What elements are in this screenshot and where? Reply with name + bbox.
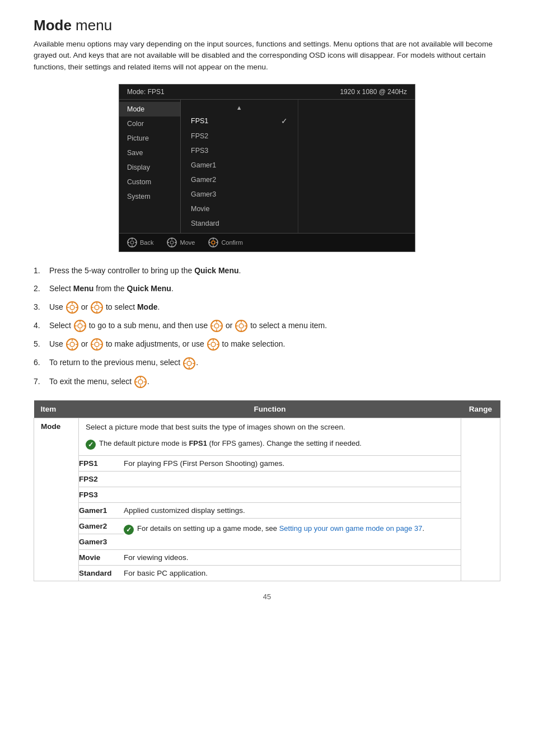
nav-item-mode[interactable]: Mode <box>119 102 180 116</box>
step-3: 3. Use or to select Mode. <box>34 301 500 314</box>
footer-back-label: Back <box>140 239 153 246</box>
svg-point-13 <box>212 241 215 244</box>
sub-label-gamer2: Gamer2 <box>79 519 124 534</box>
sub-desc-fps1: For playing FPS (First Person Shooting) … <box>124 456 461 472</box>
sub-item-movie[interactable]: Movie <box>181 202 298 216</box>
gamer-notice: ✓ For details on setting up a game mode,… <box>124 522 461 540</box>
col-range: Range <box>461 400 500 418</box>
footer-move: Move <box>167 237 195 248</box>
steps-list: 1. Press the 5-way controller to bring u… <box>34 264 500 388</box>
joystick-exit-icon <box>134 376 147 388</box>
step-4-num: 4. <box>34 319 49 332</box>
page-title-section: Mode menu <box>34 17 500 34</box>
intro-paragraph: Available menu options may vary dependin… <box>34 39 500 73</box>
function-cell-mode: Select a picture mode that best suits th… <box>79 418 461 581</box>
sub-row-standard: Standard For basic PC application. <box>79 566 461 581</box>
mode-sub-table: FPS1 For playing FPS (First Person Shoot… <box>79 456 461 581</box>
sub-row-movie: Movie For viewing videos. <box>79 550 461 566</box>
joystick-a-icon <box>66 338 78 351</box>
mode-main-desc: Select a picture mode that best suits th… <box>86 423 454 431</box>
joystick-select-icon <box>74 320 86 332</box>
link-game-mode[interactable]: Setting up your own game mode on page 37 <box>279 524 423 533</box>
sub-desc-fps3 <box>124 487 461 503</box>
osd-footer: Back Move <box>119 233 415 251</box>
step-6-text: To return to the previous menu, select . <box>49 356 500 369</box>
step-1-text: Press the 5-way controller to bring up t… <box>49 264 500 277</box>
sub-desc-movie: For viewing videos. <box>124 550 461 566</box>
step-2-text: Select Menu from the Quick Menu. <box>49 282 500 295</box>
step-1: 1. Press the 5-way controller to bring u… <box>34 264 500 277</box>
step-5-num: 5. <box>34 338 49 350</box>
nav-item-custom[interactable]: Custom <box>119 175 180 189</box>
nav-item-save[interactable]: Save <box>119 146 180 160</box>
footer-confirm-label: Confirm <box>221 239 243 246</box>
step-2: 2. Select Menu from the Quick Menu. <box>34 282 500 295</box>
nav-item-color[interactable]: Color <box>119 116 180 131</box>
step-6: 6. To return to the previous menu, selec… <box>34 356 500 369</box>
page-title-bold: Mode <box>34 17 72 34</box>
item-label-mode: Mode <box>34 418 79 581</box>
step-1-num: 1. <box>34 264 49 277</box>
joystick-right-icon <box>91 301 103 314</box>
step-5-text: Use or to make adjustments, or use to ma… <box>49 338 500 351</box>
svg-point-7 <box>170 241 174 244</box>
notice-icon-1: ✓ <box>86 440 96 450</box>
svg-point-37 <box>214 324 219 328</box>
sub-row-gamer2: Gamer2 ✓ For details on setting up a gam… <box>79 519 461 534</box>
sub-row-gamer1: Gamer1 Applied customized display settin… <box>79 503 461 519</box>
osd-panel: Mode: FPS1 1920 x 1080 @ 240Hz Mode Colo… <box>119 84 415 252</box>
sub-item-standard[interactable]: Standard <box>181 216 298 231</box>
function-table: Item Function Range Mode Select a pictur… <box>34 400 500 581</box>
osd-nav: Mode Color Picture Save Display Custom S… <box>119 100 181 233</box>
step-5: 5. Use or to make adjustments, or use to… <box>34 338 500 351</box>
osd-empty-panel <box>298 100 415 233</box>
page-number: 45 <box>34 592 500 601</box>
step-7: 7. To exit the menu, select . <box>34 375 500 388</box>
osd-header: Mode: FPS1 1920 x 1080 @ 240Hz <box>119 85 415 100</box>
table-row-mode: Mode Select a picture mode that best sui… <box>34 418 500 581</box>
sub-desc-standard: For basic PC application. <box>124 566 461 581</box>
footer-confirm: Confirm <box>208 237 243 248</box>
table-header-row: Item Function Range <box>34 400 500 418</box>
sub-item-gamer3[interactable]: Gamer3 <box>181 187 298 202</box>
notice-text-1: The default picture mode is FPS1 (for FP… <box>99 439 362 447</box>
sub-row-fps3: FPS3 <box>79 487 461 503</box>
col-function: Function <box>79 400 461 418</box>
step-7-num: 7. <box>34 375 49 388</box>
back-icon <box>127 237 137 248</box>
svg-point-61 <box>211 342 216 347</box>
step-6-num: 6. <box>34 356 49 368</box>
step-3-num: 3. <box>34 301 49 313</box>
osd-arrow-up: ▲ <box>181 102 298 113</box>
svg-point-73 <box>138 380 143 384</box>
footer-move-label: Move <box>180 239 195 246</box>
sub-item-fps3[interactable]: FPS3 <box>181 143 298 158</box>
osd-body: Mode Color Picture Save Display Custom S… <box>119 100 415 233</box>
sub-item-gamer2[interactable]: Gamer2 <box>181 172 298 187</box>
svg-point-19 <box>70 305 74 310</box>
sub-item-gamer1[interactable]: Gamer1 <box>181 158 298 172</box>
svg-point-25 <box>95 305 99 310</box>
sub-item-fps2[interactable]: FPS2 <box>181 129 298 143</box>
svg-point-43 <box>239 324 243 328</box>
sub-item-fps1[interactable]: FPS1 ✓ <box>181 113 298 129</box>
sub-label-fps1: FPS1 <box>79 456 124 472</box>
joystick-up-icon <box>210 320 223 332</box>
footer-back: Back <box>127 237 153 248</box>
sub-label-standard: Standard <box>79 566 124 581</box>
nav-item-display[interactable]: Display <box>119 160 180 175</box>
sub-desc-fps2 <box>124 472 461 487</box>
osd-submenu: ▲ FPS1 ✓ FPS2 FPS3 Gamer1 Gamer2 Gamer3 … <box>181 100 298 233</box>
step-4: 4. Select to go to a sub menu, and then … <box>34 319 500 332</box>
sub-desc-gamer1: Applied customized display settings. <box>124 503 461 519</box>
sub-label-fps3: FPS3 <box>79 487 124 503</box>
sub-desc-gamer2-3: ✓ For details on setting up a game mode,… <box>124 519 461 550</box>
svg-point-31 <box>78 324 82 328</box>
mode-notice1: ✓ The default picture mode is FPS1 (for … <box>86 436 454 455</box>
joystick-b-icon <box>91 338 103 351</box>
nav-item-system[interactable]: System <box>119 189 180 204</box>
sub-label-gamer3: Gamer3 <box>79 534 124 550</box>
sub-label-movie: Movie <box>79 550 124 566</box>
nav-item-picture[interactable]: Picture <box>119 131 180 146</box>
svg-point-55 <box>95 342 99 347</box>
